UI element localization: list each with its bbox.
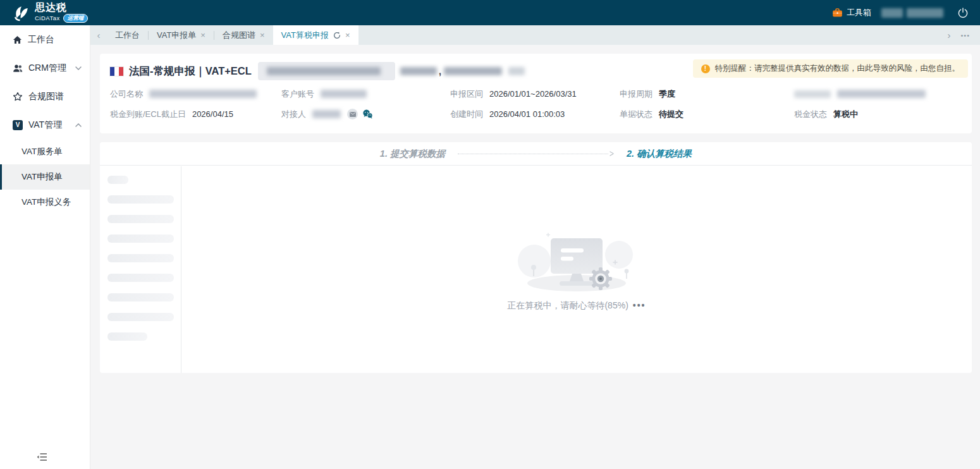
skeleton-bar bbox=[107, 293, 174, 302]
chevron-down-icon bbox=[75, 66, 82, 70]
logout-button[interactable] bbox=[957, 7, 969, 18]
redacted-user-name bbox=[907, 8, 943, 18]
users-icon bbox=[13, 64, 23, 73]
tab-label: 工作台 bbox=[115, 30, 140, 41]
field-label: 申报周期 bbox=[620, 88, 652, 100]
tab-label: VAT算税申报 bbox=[281, 30, 329, 41]
top-header: 思达税 CiDATax 运营端 工具箱 bbox=[0, 0, 980, 25]
close-icon[interactable]: × bbox=[260, 31, 265, 39]
sidebar-item-label: CRM管理 bbox=[28, 63, 66, 74]
sidebar-item-vat-obligation[interactable]: VAT申报义务 bbox=[0, 190, 90, 215]
skeleton-bar bbox=[107, 234, 174, 243]
brand: 思达税 CiDATax 运营端 bbox=[11, 3, 88, 23]
sidebar-item-label: VAT管理 bbox=[28, 119, 62, 131]
tab-label: VAT申报单 bbox=[157, 30, 196, 41]
special-reminder-banner: ! 特别提醒：请完整提供真实有效的数据，由此导致的风险，由您自担。 bbox=[693, 59, 969, 78]
field-customer-account: 客户账号 bbox=[281, 87, 450, 101]
toolbox-icon bbox=[832, 8, 843, 18]
main-content: 法国-常规申报｜VAT+ECL , ! 特别提醒：请完整提供真实有效的数据，由此… bbox=[90, 45, 980, 469]
field-label: 申报区间 bbox=[450, 88, 483, 100]
power-icon bbox=[957, 7, 969, 18]
field-value: 2026/04/15 bbox=[192, 109, 233, 119]
field-redacted bbox=[794, 87, 962, 101]
calc-progress-message: 正在算税中，请耐心等待(85%)••• bbox=[181, 300, 972, 312]
redacted-text bbox=[267, 67, 381, 75]
calc-progress-panel: 正在算税中，请耐心等待(85%)••• bbox=[181, 166, 972, 373]
field-contact-person: 对接人 bbox=[281, 107, 450, 121]
menu-fold-icon bbox=[37, 453, 47, 461]
sidebar-item-label: 工作台 bbox=[28, 34, 54, 46]
close-icon[interactable]: × bbox=[200, 31, 205, 39]
home-icon bbox=[13, 35, 22, 44]
redacted-text bbox=[508, 67, 525, 75]
redacted-contact-name bbox=[312, 110, 341, 118]
app-latin-name: CiDATax bbox=[35, 15, 60, 21]
field-doc-status: 单据状态 待提交 bbox=[620, 107, 794, 121]
sidebar-item-vat-declaration[interactable]: VAT申报单 bbox=[0, 164, 90, 190]
tab-vat-tax-calc[interactable]: VAT算税申报 × bbox=[273, 25, 358, 45]
current-user[interactable] bbox=[881, 8, 943, 18]
redacted-label bbox=[794, 90, 831, 98]
field-tax-status: 税金状态 算税中 bbox=[794, 107, 962, 121]
field-value: 2026/04/01 01:00:03 bbox=[489, 109, 565, 119]
skeleton-bar bbox=[107, 313, 174, 321]
field-label: 创建时间 bbox=[450, 109, 483, 120]
sidebar-item-vat-service-order[interactable]: VAT服务单 bbox=[0, 139, 90, 164]
wechat-contact-button[interactable] bbox=[362, 109, 373, 119]
sidebar-item-crm[interactable]: CRM管理 bbox=[0, 54, 90, 82]
redacted-text bbox=[400, 67, 437, 75]
toolbox-label: 工具箱 bbox=[847, 7, 871, 18]
refresh-icon[interactable] bbox=[333, 32, 341, 39]
status-badge: 待提交 bbox=[659, 109, 683, 120]
tab-bar: ‹ 工作台 VAT申报单 × 合规图谱 × VAT算税申报 × › ••• bbox=[90, 25, 980, 45]
arrow-right-icon: > bbox=[609, 149, 614, 159]
skeleton-bar bbox=[107, 215, 174, 223]
declaration-title: 法国-常规申报｜VAT+ECL bbox=[129, 64, 252, 78]
cidatax-logo-icon bbox=[11, 3, 30, 22]
tax-calc-card: 1. 提交算税数据 > 2. 确认算税结果 bbox=[100, 142, 972, 373]
vat-icon: V bbox=[13, 120, 23, 130]
skeleton-bar bbox=[107, 332, 147, 341]
redacted-text bbox=[444, 67, 502, 75]
field-label: 单据状态 bbox=[620, 109, 652, 120]
title-comma: , bbox=[439, 66, 441, 77]
sidebar-item-workbench[interactable]: 工作台 bbox=[0, 25, 90, 54]
email-contact-button[interactable] bbox=[347, 109, 358, 119]
field-label: 税金到账/ECL截止日 bbox=[110, 109, 186, 120]
env-badge: 运营端 bbox=[63, 14, 89, 23]
sidebar-item-vat-management[interactable]: V VAT管理 bbox=[0, 111, 90, 139]
field-created-time: 创建时间 2026/04/01 01:00:03 bbox=[450, 107, 620, 121]
star-badge-icon bbox=[13, 92, 23, 101]
skeleton-bar bbox=[107, 195, 174, 204]
app-name: 思达税 bbox=[35, 3, 88, 13]
tab-label: 合规图谱 bbox=[223, 30, 255, 41]
collapse-sidebar-button[interactable] bbox=[37, 453, 47, 461]
tab-compliance-map[interactable]: 合规图谱 × bbox=[214, 25, 273, 45]
step-2-label: 2. 确认算税结果 bbox=[627, 148, 692, 160]
field-company-name: 公司名称 bbox=[110, 87, 281, 101]
tabs-scroll-left-button[interactable]: ‹ bbox=[90, 25, 107, 45]
tabs-more-button[interactable]: ••• bbox=[960, 32, 970, 39]
toolbox-button[interactable]: 工具箱 bbox=[832, 7, 871, 18]
step-1-label: 1. 提交算税数据 bbox=[380, 148, 445, 160]
sidebar: 工作台 CRM管理 合规图谱 V VAT管理 VAT服务单 bbox=[0, 25, 90, 469]
redacted-user-avatar bbox=[881, 8, 903, 18]
field-tax-due-date: 税金到账/ECL截止日 2026/04/15 bbox=[110, 107, 281, 121]
steps-header: 1. 提交算税数据 > 2. 确认算税结果 bbox=[100, 142, 972, 166]
redacted-account bbox=[321, 90, 367, 98]
france-flag-icon bbox=[110, 67, 123, 76]
tabs-scroll-right-button[interactable]: › bbox=[947, 30, 950, 40]
sidebar-item-compliance-map[interactable]: 合规图谱 bbox=[0, 82, 90, 111]
redacted-company-name bbox=[149, 90, 257, 98]
skeleton-bar bbox=[107, 274, 174, 282]
tab-vat-declaration[interactable]: VAT申报单 × bbox=[149, 25, 214, 45]
declaration-info-grid: 公司名称 客户账号 申报区间 2026/01/01~2026/03/31 申报周… bbox=[110, 87, 962, 121]
chevron-up-icon bbox=[75, 123, 82, 127]
step-connector: > bbox=[458, 149, 614, 158]
close-icon[interactable]: × bbox=[345, 31, 350, 39]
tab-workbench[interactable]: 工作台 bbox=[107, 25, 148, 45]
sidebar-item-label: 合规图谱 bbox=[28, 91, 64, 102]
redacted-value bbox=[837, 90, 926, 98]
mail-icon bbox=[350, 112, 356, 117]
computing-illustration bbox=[510, 224, 643, 295]
